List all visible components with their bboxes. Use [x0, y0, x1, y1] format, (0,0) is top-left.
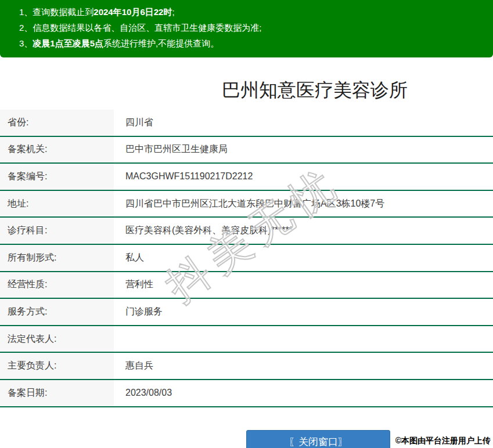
table-row-legal-representative: 法定代表人:	[0, 326, 493, 353]
table-row-filing-number: 备案编号: MAC3GHWF151190217D2212	[0, 164, 493, 191]
row-label: 地址:	[0, 191, 114, 217]
table-row-ownership-form: 所有制形式: 私人	[0, 245, 493, 272]
row-label: 诊疗科目:	[0, 218, 114, 244]
notice-number: 1、	[19, 7, 33, 17]
row-value: 巴中市巴州区卫生健康局	[114, 137, 493, 163]
notice-text-bold: 凌晨1点至凌晨5点	[33, 38, 103, 48]
row-value: 惠自兵	[114, 353, 493, 379]
table-row-business-nature: 经营性质: 营利性	[0, 272, 493, 299]
row-value: 四川省巴中市巴州区江北大道东段巴中财富广场A区3栋10楼7号	[114, 191, 493, 217]
notice-number: 2、	[19, 23, 33, 32]
row-label: 服务方式:	[0, 299, 114, 325]
notice-banner: 1、查询数据截止到2024年10月6日22时; 2、信息数据结果以各省、自治区、…	[0, 0, 493, 57]
table-row-medical-subjects: 诊疗科目: 医疗美容科(美容外科、美容皮肤科)******	[0, 218, 493, 245]
page-title: 巴州知意医疗美容诊所	[0, 79, 493, 101]
row-value	[114, 326, 493, 352]
table-row-address: 地址: 四川省巴中市巴州区江北大道东段巴中财富广场A区3栋10楼7号	[0, 191, 493, 218]
row-value: 医疗美容科(美容外科、美容皮肤科)******	[114, 218, 493, 244]
notice-number: 3、	[19, 38, 33, 48]
row-label: 备案编号:	[0, 164, 114, 190]
row-label: 所有制形式:	[0, 245, 114, 271]
row-label: 主要负责人:	[0, 353, 114, 379]
notice-text: ;	[172, 7, 174, 17]
table-row-service-mode: 服务方式: 门诊服务	[0, 299, 493, 326]
row-label: 省份:	[0, 110, 114, 136]
close-window-button[interactable]: 〖关闭窗口〗	[246, 430, 390, 448]
row-value: 四川省	[114, 110, 493, 136]
notice-line-2: 2、信息数据结果以各省、自治区、直辖市卫生健康委数据为准;	[19, 20, 487, 35]
row-value: 门诊服务	[114, 299, 493, 325]
table-row-filing-authority: 备案机关: 巴中市巴州区卫生健康局	[0, 137, 493, 164]
notice-line-1: 1、查询数据截止到2024年10月6日22时;	[19, 4, 487, 20]
row-value: 营利性	[114, 272, 493, 298]
clinic-info-table: 省份: 四川省 备案机关: 巴中市巴州区卫生健康局 备案编号: MAC3GHWF…	[0, 110, 493, 407]
row-label: 法定代表人:	[0, 326, 114, 352]
notice-text: 查询数据截止到	[33, 7, 93, 17]
notice-line-3: 3、凌晨1点至凌晨5点系统进行维护,不能提供查询。	[19, 35, 487, 51]
row-label: 备案机关:	[0, 137, 114, 163]
upload-attribution-text: ©本图由平台注册用户上传	[395, 436, 491, 446]
row-label: 备案日期:	[0, 380, 114, 406]
table-row-filing-date: 备案日期: 2023/08/03	[0, 380, 493, 407]
row-value: 私人	[114, 245, 493, 271]
notice-text-bold: 2024年10月6日22时	[93, 7, 172, 17]
row-value: 2023/08/03	[114, 380, 493, 406]
table-row-province: 省份: 四川省	[0, 110, 493, 137]
notice-text: 系统进行维护,不能提供查询。	[103, 38, 219, 48]
notice-text: 信息数据结果以各省、自治区、直辖市卫生健康委数据为准;	[33, 23, 261, 32]
row-label: 经营性质:	[0, 272, 114, 298]
table-row-main-person-in-charge: 主要负责人: 惠自兵	[0, 353, 493, 380]
row-value: MAC3GHWF151190217D2212	[114, 164, 493, 190]
